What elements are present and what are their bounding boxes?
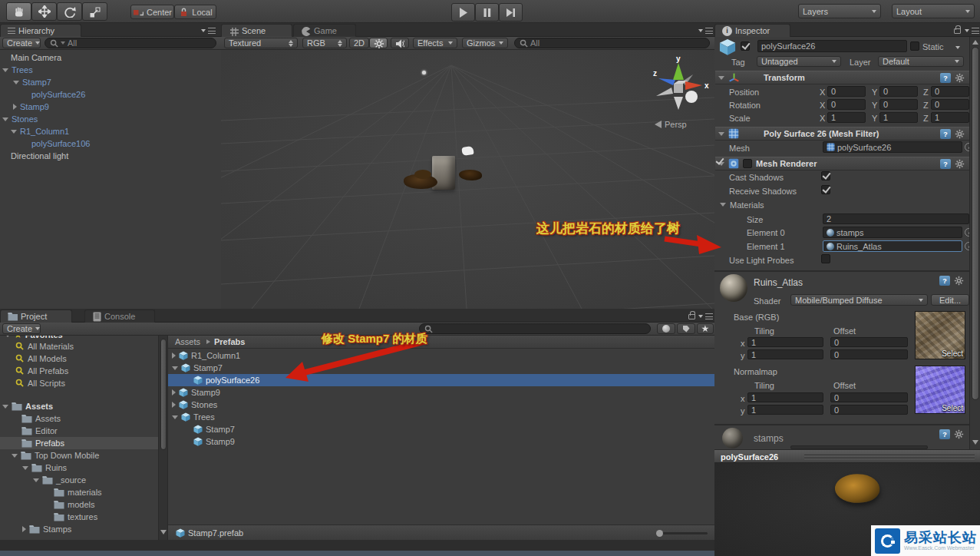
layers-dropdown[interactable]: Layers [798, 4, 881, 18]
normal-offset-y-field[interactable]: 0 [830, 405, 908, 415]
project-panel-menu[interactable] [698, 313, 713, 319]
foldout-open-icon[interactable] [172, 366, 178, 370]
gameobject-active-checkbox[interactable] [741, 41, 750, 51]
favorite-all-materials[interactable]: All Materials [15, 340, 74, 352]
foldout-open-icon[interactable] [2, 405, 8, 409]
list-item-stones[interactable]: Stones [172, 399, 217, 411]
scale-tool-button[interactable] [82, 2, 107, 21]
scene-orientation-gizmo[interactable]: y z x [647, 56, 711, 121]
preview-drag-handle[interactable] [804, 455, 975, 455]
hierarchy-create-button[interactable]: Create [2, 38, 41, 48]
gameobject-name-field[interactable]: polySurface26 [757, 40, 907, 52]
gear-icon[interactable] [954, 429, 964, 439]
play-button[interactable] [451, 3, 475, 22]
base-texture-thumbnail[interactable]: Select [915, 311, 965, 359]
tree-item-materials[interactable]: materials [54, 486, 102, 498]
help-icon[interactable] [939, 276, 950, 286]
pivot-center-button[interactable]: Center [130, 5, 174, 19]
scene-viewport[interactable]: y z x Persp [221, 50, 714, 309]
step-button[interactable] [499, 3, 523, 22]
base-tiling-y-field[interactable]: 1 [747, 349, 823, 359]
breadcrumb-current[interactable]: Prefabs [214, 337, 245, 346]
effects-dropdown[interactable]: Effects [413, 38, 457, 48]
project-tree-scrollbar[interactable] [158, 336, 168, 540]
list-item-trees-stamp7[interactable]: Stamp7 [193, 423, 235, 435]
position-y-field[interactable]: 0 [879, 86, 918, 97]
list-item-stamp7[interactable]: Stamp7 [172, 362, 223, 374]
inspector-scrollbar[interactable] [969, 37, 980, 449]
tree-item-source[interactable]: _source [33, 474, 86, 486]
foldout-open-icon[interactable] [718, 76, 724, 80]
hierarchy-item-stamp9[interactable]: Stamp9 [13, 101, 49, 113]
search-by-label-button[interactable] [677, 323, 695, 334]
project-create-button[interactable]: Create [2, 323, 41, 334]
thumbnail-size-slider[interactable] [658, 532, 708, 534]
foldout-closed-icon[interactable] [22, 526, 26, 532]
base-tiling-x-field[interactable]: 1 [747, 337, 823, 347]
pause-button[interactable] [475, 3, 499, 22]
gizmos-dropdown[interactable]: Gizmos [462, 38, 508, 48]
help-icon[interactable] [940, 129, 951, 139]
static-checkbox[interactable] [910, 41, 919, 51]
scene-panel-menu[interactable] [698, 28, 713, 34]
list-item-trees[interactable]: Trees [172, 411, 215, 423]
tree-item-textures[interactable]: textures [54, 511, 97, 523]
tab-game[interactable]: Game [293, 24, 356, 37]
position-x-field[interactable]: 0 [827, 86, 866, 97]
scroll-up-icon[interactable] [972, 40, 978, 45]
breadcrumb-root[interactable]: Assets [175, 337, 200, 346]
receive-shadows-checkbox[interactable] [821, 185, 830, 194]
foldout-closed-icon[interactable] [172, 389, 176, 395]
hierarchy-item-directional-light[interactable]: Directional light [11, 150, 68, 162]
foldout-open-icon[interactable] [172, 415, 178, 419]
hierarchy-item-polysurface26[interactable]: polySurface26 [31, 88, 85, 101]
materials-size-field[interactable]: 2 [823, 213, 969, 224]
hierarchy-panel-menu[interactable] [201, 28, 216, 34]
scroll-down-icon[interactable] [160, 530, 167, 534]
scene-search-input[interactable]: All [514, 38, 710, 48]
normalmap-texture-thumbnail[interactable]: Select [915, 366, 965, 414]
tab-hierarchy[interactable]: Hierarchy [0, 24, 81, 37]
hierarchy-item-r1-column1[interactable]: R1_Column1 [11, 125, 69, 137]
gear-icon[interactable] [955, 129, 965, 139]
scale-x-field[interactable]: 1 [827, 112, 866, 123]
component-enabled-checkbox[interactable] [743, 159, 752, 168]
lock-icon[interactable] [954, 28, 961, 34]
tab-scene[interactable]: Scene [221, 24, 292, 37]
tab-project[interactable]: Project [0, 309, 72, 323]
scroll-down-icon[interactable] [972, 440, 978, 445]
scene-audio-button[interactable] [391, 38, 409, 48]
preview-pane-header[interactable]: polySurface26 [714, 449, 980, 463]
tree-item-ruins[interactable]: Ruins [22, 462, 67, 474]
foldout-open-icon[interactable] [718, 132, 724, 136]
hierarchy-search-input[interactable]: All [45, 38, 216, 48]
foldout-open-icon[interactable] [12, 454, 18, 458]
foldout-closed-icon[interactable] [13, 104, 17, 110]
position-z-field[interactable]: 0 [931, 86, 969, 97]
2d-toggle-button[interactable]: 2D [349, 38, 369, 48]
hierarchy-item-trees[interactable]: Trees [2, 64, 33, 76]
draw-mode-dropdown[interactable]: Textured [224, 38, 298, 48]
material-preview-sphere[interactable] [720, 274, 747, 302]
hierarchy-item-stones[interactable]: Stones [2, 113, 38, 125]
mesh-object-field[interactable]: polySurface26 [823, 141, 962, 153]
mesh-renderer-header[interactable]: Mesh Renderer [715, 157, 969, 170]
tree-item-top-down-mobile[interactable]: Top Down Mobile [12, 449, 99, 462]
base-offset-x-field[interactable]: 0 [830, 337, 908, 347]
help-icon[interactable] [940, 159, 951, 169]
scene-lighting-button[interactable] [369, 38, 388, 48]
inspector-panel-menu[interactable] [965, 28, 979, 34]
rotate-tool-button[interactable] [57, 2, 82, 21]
gear-icon[interactable] [955, 73, 965, 83]
favorites-star-button[interactable] [697, 323, 714, 334]
tab-console[interactable]: Console [84, 309, 155, 323]
tree-item-assets[interactable]: Assets [21, 412, 61, 425]
normal-tiling-x-field[interactable]: 1 [747, 392, 823, 402]
rotation-y-field[interactable]: 0 [879, 99, 918, 110]
foldout-open-icon[interactable] [22, 466, 28, 470]
foldout-open-icon[interactable] [13, 81, 19, 84]
transform-header[interactable]: Transform [715, 71, 969, 84]
cast-shadows-checkbox[interactable] [821, 171, 830, 180]
project-search-input[interactable] [419, 323, 651, 334]
gear-icon[interactable] [955, 159, 965, 169]
